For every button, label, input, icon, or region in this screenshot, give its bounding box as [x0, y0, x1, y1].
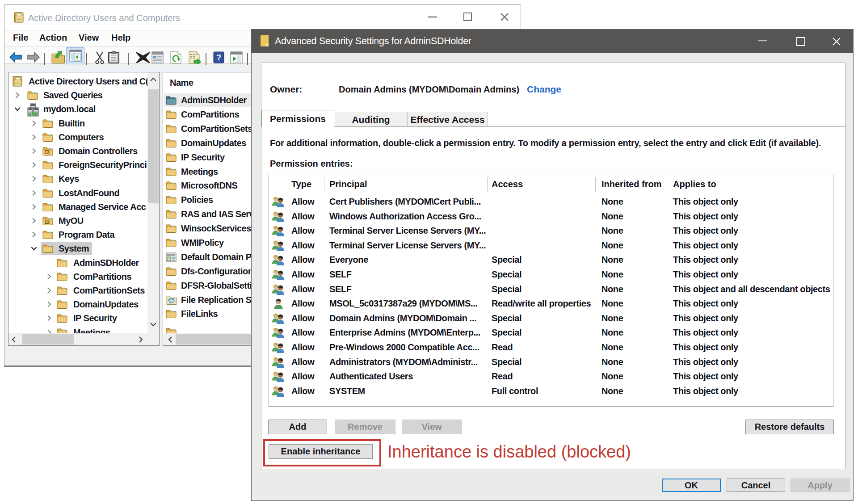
- svg-text:?: ?: [216, 53, 222, 62]
